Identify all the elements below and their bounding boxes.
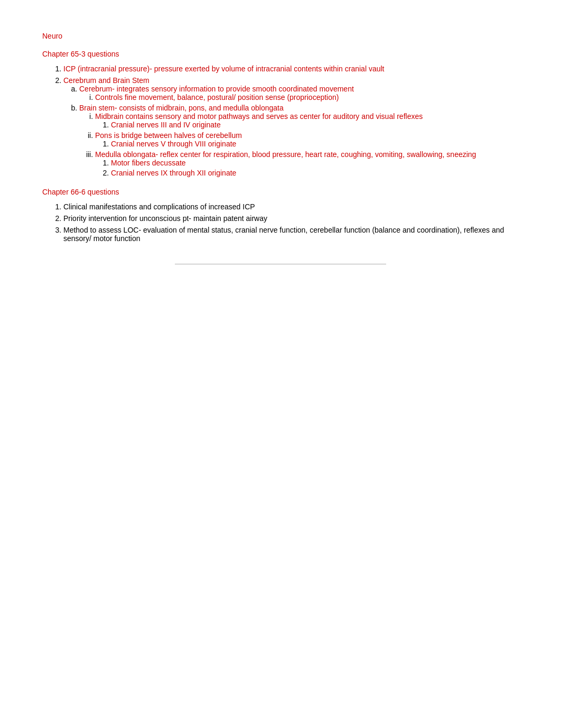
item-bi-text: Midbrain contains sensory and motor path… [95, 112, 423, 121]
sub-list-a: Cerebrum- integrates sensory information… [79, 85, 519, 177]
sub-list-i-a: Controls fine movement, balance, postura… [95, 93, 519, 102]
page-heading: Neuro [42, 32, 519, 40]
item-text: ICP (intracranial pressure)- pressure ex… [63, 64, 384, 73]
list-item-bi: Midbrain contains sensory and motor path… [95, 112, 519, 129]
list-item-bii: Pons is bridge between halves of cerebel… [95, 131, 519, 148]
chapter666-item-2: Priority intervention for unconscious pt… [63, 214, 519, 223]
item-a-text: Cerebrum- integrates sensory information… [79, 85, 354, 93]
item-bi1-text: Cranial nerves III and IV originate [111, 121, 221, 129]
sub-list-1-biii: Motor fibers decussate Cranial nerves IX… [111, 159, 519, 177]
item-biii1-text: Motor fibers decussate [111, 159, 186, 167]
chapter666-item-1-text: Clinical manifestations and complication… [63, 202, 255, 211]
chapter666-item-2-text: Priority intervention for unconscious pt… [63, 214, 267, 223]
item-text: Cerebrum and Brain Stem [63, 76, 149, 85]
item-b-text: Brain stem- consists of midbrain, pons, … [79, 104, 284, 112]
chapter666-item-1: Clinical manifestations and complication… [63, 202, 519, 211]
chapter-653-section: Chapter 65-3 questions ICP (intracranial… [42, 50, 519, 177]
chapter-666-section: Chapter 66-6 questions Clinical manifest… [42, 188, 519, 243]
list-item-bi1: Cranial nerves III and IV originate [111, 121, 519, 129]
item-i-text: Controls fine movement, balance, postura… [95, 93, 339, 102]
list-item-biii2: Cranial nerves IX through XII originate [111, 169, 519, 177]
list-item-b: Brain stem- consists of midbrain, pons, … [79, 104, 519, 177]
list-item: Cerebrum and Brain Stem Cerebrum- integr… [63, 76, 519, 177]
item-bii-text: Pons is bridge between halves of cerebel… [95, 131, 242, 140]
list-item-bii1: Cranial nerves V through VIII originate [111, 140, 519, 148]
chapter666-item-3: Method to assess LOC- evaluation of ment… [63, 226, 519, 243]
chapter-653-title: Chapter 65-3 questions [42, 50, 519, 58]
page-divider [175, 264, 386, 264]
page-wrapper: Neuro Chapter 65-3 questions ICP (intrac… [42, 32, 519, 264]
sub-list-i-b: Midbrain contains sensory and motor path… [95, 112, 519, 177]
item-bii1-text: Cranial nerves V through VIII originate [111, 140, 236, 148]
bottom-section [42, 264, 519, 264]
sub-list-1-bi: Cranial nerves III and IV originate [111, 121, 519, 129]
item-biii-text: Medulla oblongata- reflex center for res… [95, 150, 476, 159]
list-item-a: Cerebrum- integrates sensory information… [79, 85, 519, 102]
list-item-i: Controls fine movement, balance, postura… [95, 93, 519, 102]
list-item-biii: Medulla oblongata- reflex center for res… [95, 150, 519, 177]
list-item-biii1: Motor fibers decussate [111, 159, 519, 167]
chapter-666-title: Chapter 66-6 questions [42, 188, 519, 196]
item-biii2-text: Cranial nerves IX through XII originate [111, 169, 236, 177]
chapter-666-list: Clinical manifestations and complication… [63, 202, 519, 243]
chapter666-item-3-text: Method to assess LOC- evaluation of ment… [63, 226, 504, 243]
sub-list-1-bii: Cranial nerves V through VIII originate [111, 140, 519, 148]
list-item: ICP (intracranial pressure)- pressure ex… [63, 64, 519, 73]
chapter-653-list: ICP (intracranial pressure)- pressure ex… [63, 64, 519, 177]
